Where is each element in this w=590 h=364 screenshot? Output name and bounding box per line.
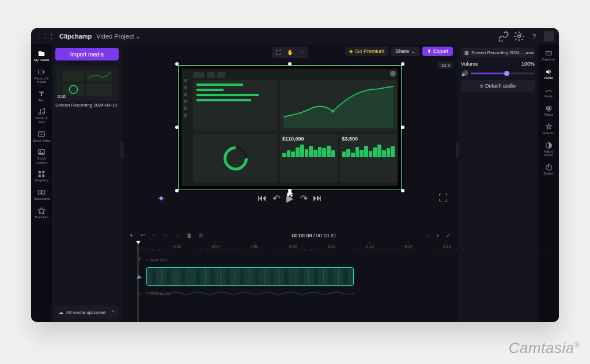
- svg-point-4: [40, 151, 41, 152]
- preview-canvas[interactable]: $110,000 $3,500 ⟲: [177, 64, 403, 191]
- selected-clip-name[interactable]: ▦Screen Recording 2024….mov: [461, 48, 535, 58]
- left-rail: My media Record & create Text Music & SF…: [31, 44, 52, 322]
- redo-icon[interactable]: ↷: [151, 232, 158, 239]
- clip-duration: 0:10: [58, 94, 66, 98]
- aspect-ratio-badge[interactable]: 16:9: [438, 62, 453, 69]
- rail-music[interactable]: Music & SFX: [32, 106, 51, 126]
- caption-icon[interactable]: ✦: [128, 232, 135, 239]
- svg-rect-12: [62, 70, 84, 81]
- center-column: ⛶ ✋ ⋯ ◈Go Premium Share⌄ ⬆Export 16:9: [122, 44, 457, 322]
- skip-fwd-icon[interactable]: ⏭: [313, 194, 322, 202]
- text-track-icon: T: [136, 257, 143, 263]
- svg-rect-9: [38, 191, 41, 194]
- svg-rect-5: [39, 171, 41, 173]
- proprail-effects[interactable]: Effects: [539, 122, 558, 136]
- proprail-captions[interactable]: CCCaptions: [539, 48, 558, 63]
- settings-icon[interactable]: [514, 31, 524, 41]
- rail-stock-video[interactable]: Stock video: [32, 128, 51, 145]
- stage-toolbar: ⛶ ✋ ⋯: [272, 47, 308, 58]
- rail-text[interactable]: Text: [32, 88, 51, 104]
- video-clip[interactable]: [146, 267, 354, 286]
- volume-value: 100%: [521, 61, 535, 67]
- apps-menu-icon[interactable]: ⋮⋮⋮: [36, 33, 55, 40]
- upload-icon: ⬆: [427, 48, 432, 54]
- zoom-out-icon[interactable]: −: [424, 232, 431, 239]
- proprail-filters[interactable]: Filters: [539, 103, 558, 118]
- crop-icon[interactable]: ⛶: [274, 48, 283, 56]
- share-button[interactable]: Share⌄: [391, 47, 419, 56]
- proprail-audio[interactable]: Audio: [539, 66, 558, 81]
- cut-icon[interactable]: ✂: [162, 232, 169, 239]
- media-panel: Import media 0:10 Screen Recording 2024-…: [52, 44, 122, 322]
- hand-icon[interactable]: ✋: [285, 48, 294, 56]
- go-premium-button[interactable]: ◈Go Premium: [345, 47, 388, 56]
- proprail-fade[interactable]: Fade: [539, 85, 558, 100]
- zoom-fit-icon[interactable]: ⤢: [445, 232, 452, 239]
- rewind-icon[interactable]: ↶: [272, 194, 280, 202]
- timeline-toolbar: ✦ ↶ ↷ ✂ ⎋ 🗑 ⎘ 00:00.00 / 00:10.81 − + ⤢: [122, 229, 457, 242]
- film-icon: ▦: [464, 50, 469, 55]
- chevron-up-icon: ⌃: [111, 310, 115, 315]
- ai-icon[interactable]: ✦: [157, 194, 165, 202]
- camtasia-watermark: Camtasia®: [509, 339, 580, 357]
- svg-point-0: [518, 35, 521, 38]
- rail-brand-kit[interactable]: Brand kit: [32, 205, 51, 221]
- svg-rect-1: [39, 70, 43, 74]
- speaker-icon[interactable]: 🔊: [461, 70, 468, 77]
- diamond-icon: ◈: [349, 48, 353, 54]
- rail-record[interactable]: Record & create: [32, 66, 51, 86]
- video-track-icon: 🔈: [136, 274, 143, 279]
- svg-rect-7: [39, 175, 41, 177]
- svg-rect-6: [42, 171, 44, 173]
- video-track[interactable]: 🔈: [136, 267, 457, 286]
- undo-icon[interactable]: ↶: [139, 232, 146, 239]
- zoom-in-icon[interactable]: +: [434, 232, 441, 239]
- chevron-down-icon: ⌄: [135, 33, 141, 40]
- skip-back-icon[interactable]: ⏮: [258, 194, 266, 202]
- chevron-down-icon: ⌄: [411, 48, 415, 54]
- detach-icon: ⎋: [480, 83, 483, 89]
- more-icon[interactable]: ⋯: [297, 48, 306, 56]
- text-track[interactable]: T + Add text: [136, 255, 457, 265]
- media-clip[interactable]: 0:10 Screen Recording 2024-09-19…✓: [55, 65, 119, 108]
- delete-icon[interactable]: 🗑: [186, 232, 192, 239]
- app-window: ⋮⋮⋮ Clipchamp Video Project⌄ ? My media …: [31, 28, 559, 322]
- user-avatar[interactable]: [544, 31, 554, 41]
- audio-track[interactable]: ♪ + Add audio: [136, 288, 457, 298]
- fullscreen-icon[interactable]: ⛶: [439, 194, 447, 202]
- link-icon[interactable]: [499, 31, 509, 41]
- rail-stock-images[interactable]: Stock images: [32, 146, 51, 166]
- timeline-ruler[interactable]: 0:020:040:060:080:100:120:140:16: [122, 242, 457, 251]
- audio-track-icon: ♪: [136, 290, 143, 296]
- svg-rect-10: [42, 191, 45, 194]
- rail-my-media[interactable]: My media: [32, 48, 51, 64]
- properties-panel: ▦Screen Recording 2024….mov Volume100% 🔊…: [457, 44, 538, 322]
- proprail-speed[interactable]: Speed: [539, 162, 558, 177]
- cloud-check-icon: ☁: [59, 310, 63, 315]
- playhead[interactable]: [136, 241, 141, 244]
- clip-name-label: Screen Recording 2024-09-19…: [55, 103, 119, 108]
- volume-label: Volume: [461, 61, 478, 67]
- detach-audio-button[interactable]: ⎋Detach audio: [461, 80, 535, 92]
- help-icon[interactable]: ?: [529, 31, 539, 41]
- upload-status[interactable]: ☁ All media uploaded ⌃: [55, 306, 119, 318]
- collapse-right-handle[interactable]: [456, 142, 459, 158]
- playback-controls: ✦ ⏮ ↶ ▶ ↷ ⏭ ⛶: [122, 191, 457, 206]
- property-rail: CCCaptions Audio Fade Filters Effects Ad…: [538, 44, 559, 322]
- tracks: T + Add text 🔈 ♪ + Add audio: [122, 251, 457, 322]
- forward-icon[interactable]: ↷: [300, 194, 308, 202]
- timeline: ✦ ↶ ↷ ✂ ⎋ 🗑 ⎘ 00:00.00 / 00:10.81 − + ⤢: [122, 229, 457, 322]
- split-icon[interactable]: ⎋: [174, 232, 181, 239]
- rail-graphics[interactable]: Graphics: [32, 168, 51, 184]
- proprail-adjust-colors[interactable]: Adjust colors: [539, 140, 558, 158]
- rail-transitions[interactable]: Transitions: [32, 187, 51, 203]
- export-button[interactable]: ⬆Export: [422, 47, 453, 56]
- import-media-button[interactable]: Import media: [55, 48, 119, 60]
- collapse-left-handle[interactable]: [120, 142, 124, 158]
- project-dropdown[interactable]: Video Project⌄: [96, 33, 141, 40]
- play-icon[interactable]: ▶: [286, 194, 294, 202]
- duplicate-icon[interactable]: ⎘: [197, 232, 204, 239]
- volume-slider-row: 🔊: [461, 70, 535, 77]
- volume-slider[interactable]: [471, 73, 535, 74]
- stage: ⛶ ✋ ⋯ ◈Go Premium Share⌄ ⬆Export 16:9: [122, 44, 457, 229]
